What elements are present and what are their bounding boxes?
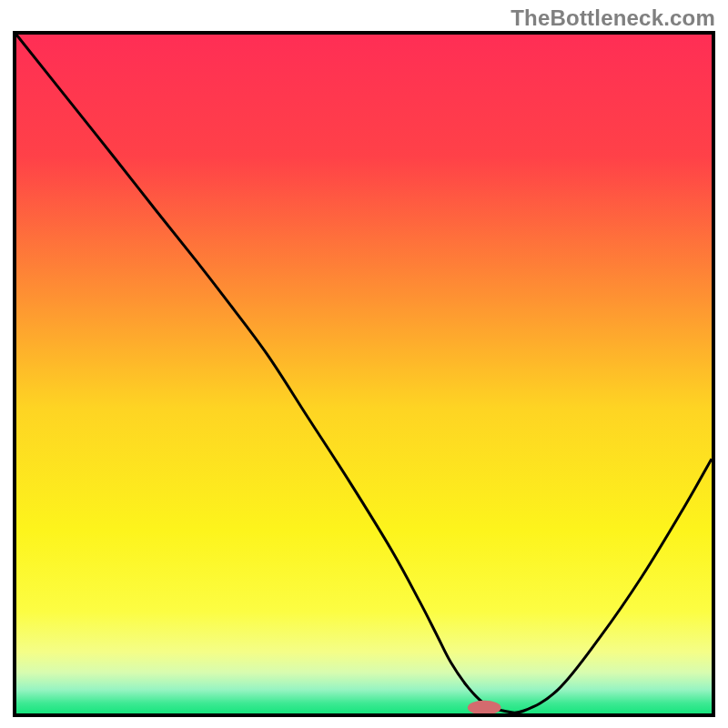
watermark-text: TheBottleneck.com [511,5,715,31]
chart-container: TheBottleneck.com [0,0,728,728]
gradient-background [16,35,712,713]
chart-svg [16,35,712,713]
plot-frame [13,31,715,717]
